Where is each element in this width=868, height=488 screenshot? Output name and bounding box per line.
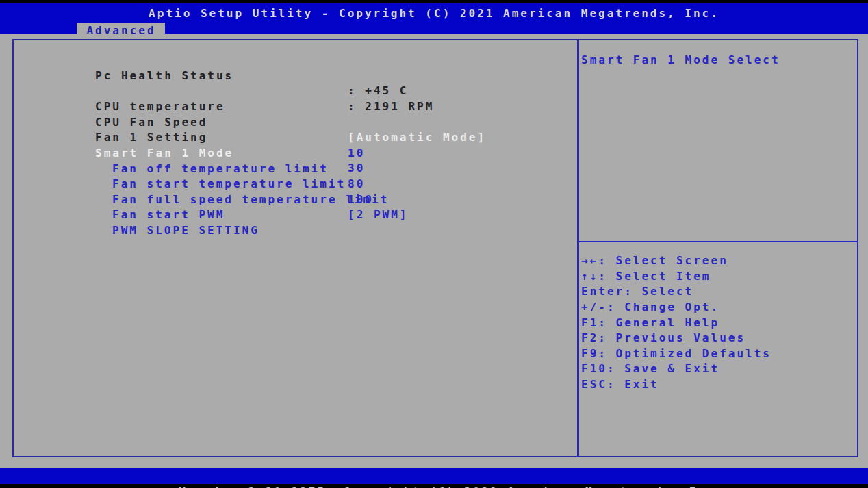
app-title: Aptio Setup Utility - Copyright (C) 2021…	[0, 3, 868, 20]
setting-value[interactable]: 30	[348, 161, 365, 177]
key-legend-save-exit: F10: Save & Exit	[581, 361, 855, 377]
key-legend-esc-exit: ESC: Exit	[581, 377, 855, 393]
key-legend-select-screen: →←: Select Screen	[581, 253, 855, 269]
help-panel-title: Smart Fan 1 Mode Select	[581, 53, 852, 68]
key-legend: →←: Select Screen ↑↓: Select Item Enter:…	[581, 253, 855, 393]
version-text: Version 2.20.1275. Copyright (C) 2021 Am…	[179, 485, 724, 488]
status-value: : +45 C	[348, 84, 408, 99]
setting-label: PWM SLOPE SETTING	[95, 224, 259, 237]
settings-panel: Pc Health Status CPU temperature : +45 C…	[26, 53, 567, 223]
setting-value[interactable]: 100	[348, 192, 374, 208]
help-panel-divider	[579, 241, 857, 242]
section-title: Pc Health Status	[26, 53, 567, 68]
key-legend-change-opt: +/-: Change Opt.	[581, 300, 855, 316]
setting-value[interactable]: 80	[348, 177, 365, 192]
content-box: Pc Health Status CPU temperature : +45 C…	[12, 39, 858, 457]
setting-row-fan-start-pwm[interactable]: Fan start PWM 100	[26, 192, 567, 208]
setting-row-fan-full-speed-temperature-limit[interactable]: Fan full speed temperature limit 80	[26, 177, 567, 192]
setting-value[interactable]: [2 PWM]	[348, 207, 408, 223]
title-bar: Aptio Setup Utility - Copyright (C) 2021…	[0, 3, 868, 34]
status-row-cpu-fan-speed: CPU Fan Speed : 2191 RPM	[26, 99, 567, 115]
section-title-label: Pc Health Status	[95, 69, 233, 82]
panel-divider	[577, 40, 579, 456]
status-row-fan-1-setting: Fan 1 Setting	[26, 115, 567, 131]
status-value: : 2191 RPM	[348, 99, 434, 115]
setting-value[interactable]: [Automatic Mode]	[348, 130, 486, 146]
key-legend-previous-values: F2: Previous Values	[581, 331, 855, 346]
setting-value[interactable]: 10	[348, 146, 365, 162]
bios-screen: Aptio Setup Utility - Copyright (C) 2021…	[0, 0, 868, 488]
key-legend-general-help: F1: General Help	[581, 316, 855, 331]
status-row-cpu-temperature: CPU temperature : +45 C	[26, 84, 567, 99]
key-legend-enter-select: Enter: Select	[581, 284, 855, 300]
key-legend-optimized-defaults: F9: Optimized Defaults	[581, 346, 855, 362]
setting-row-fan-off-temperature-limit[interactable]: Fan off temperature limit 10	[26, 146, 567, 162]
setting-row-smart-fan-1-mode[interactable]: Smart Fan 1 Mode [Automatic Mode]	[26, 130, 567, 146]
key-legend-select-item: ↑↓: Select Item	[581, 269, 855, 285]
version-bar: Version 2.20.1275. Copyright (C) 2021 Am…	[0, 468, 868, 484]
setting-row-pwm-slope-setting[interactable]: PWM SLOPE SETTING [2 PWM]	[26, 207, 567, 223]
setting-row-fan-start-temperature-limit[interactable]: Fan start temperature limit 30	[26, 161, 567, 177]
